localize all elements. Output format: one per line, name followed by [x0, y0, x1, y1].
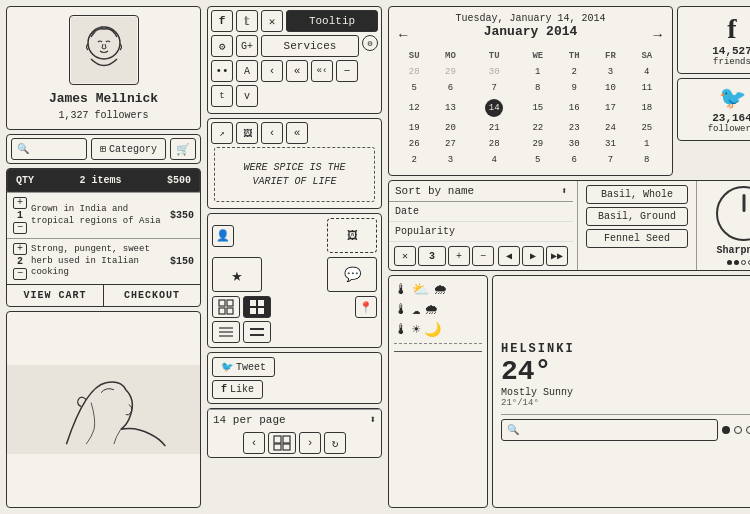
- prev-page-btn[interactable]: ‹: [243, 432, 265, 454]
- spice-fennel-seed[interactable]: Fennel Seed: [586, 229, 688, 248]
- cal-day[interactable]: 30: [557, 137, 591, 151]
- cart-icon-button[interactable]: 🛒: [170, 138, 196, 160]
- cal-day[interactable]: 8: [630, 153, 664, 167]
- cal-day[interactable]: 14: [470, 97, 519, 119]
- cal-day[interactable]: 1: [521, 65, 555, 79]
- cal-day[interactable]: 12: [397, 97, 431, 119]
- text-btn[interactable]: A: [236, 60, 258, 82]
- grid-4-dark-btn[interactable]: [243, 296, 271, 318]
- cal-day[interactable]: 2: [557, 65, 591, 79]
- cal-day[interactable]: 27: [433, 137, 467, 151]
- list-view-btn[interactable]: [212, 321, 240, 343]
- cal-day[interactable]: 28: [397, 65, 431, 79]
- cal-day[interactable]: 4: [630, 65, 664, 79]
- search-input[interactable]: 🔍: [11, 138, 87, 160]
- tumblr-btn[interactable]: t: [211, 85, 233, 107]
- ellipsis-btn[interactable]: ••: [211, 60, 233, 82]
- qty-decrease-1[interactable]: −: [13, 222, 27, 234]
- google-icon-btn[interactable]: G+: [236, 35, 258, 57]
- cal-day[interactable]: 9: [557, 81, 591, 95]
- facebook-icon-btn[interactable]: f: [211, 10, 233, 32]
- cal-prev-btn[interactable]: ←: [395, 27, 411, 43]
- sort-date[interactable]: Date: [389, 202, 573, 222]
- like-button[interactable]: f Like: [212, 380, 263, 399]
- cal-day[interactable]: 24: [593, 121, 627, 135]
- qty-increase-1[interactable]: +: [13, 197, 27, 209]
- v-btn[interactable]: v: [236, 85, 258, 107]
- view-cart-button[interactable]: VIEW CART: [7, 285, 104, 306]
- user-icon-btn[interactable]: 👤: [212, 225, 234, 247]
- cal-day[interactable]: 29: [521, 137, 555, 151]
- grid-page-btn[interactable]: [268, 432, 296, 454]
- bottom-search-input[interactable]: 🔍: [501, 419, 718, 441]
- qty-decrease-2[interactable]: −: [13, 268, 27, 280]
- dot-3[interactable]: [746, 426, 750, 434]
- tooltip-button[interactable]: Tooltip: [286, 10, 378, 32]
- cal-day[interactable]: 10: [593, 81, 627, 95]
- prev-prev-prev-btn[interactable]: «‹: [311, 60, 333, 82]
- chat-btn[interactable]: 💬: [327, 257, 377, 292]
- close-btn[interactable]: ✕: [261, 10, 283, 32]
- cal-day[interactable]: 15: [521, 97, 555, 119]
- next-page-btn[interactable]: ›: [299, 432, 321, 454]
- cal-day[interactable]: 3: [433, 153, 467, 167]
- cal-day[interactable]: 13: [433, 97, 467, 119]
- cal-day[interactable]: 5: [521, 153, 555, 167]
- location-btn[interactable]: 📍: [355, 296, 377, 318]
- sharpness-knob[interactable]: [716, 186, 750, 241]
- settings-icon-btn[interactable]: ⚙: [211, 35, 233, 57]
- cal-day[interactable]: 18: [630, 97, 664, 119]
- prev-prev-btn[interactable]: «: [286, 60, 308, 82]
- cal-day[interactable]: 11: [630, 81, 664, 95]
- ctrl-prev-btn[interactable]: ◀: [498, 246, 520, 266]
- spice-basil-ground[interactable]: Basil, Ground: [586, 207, 688, 226]
- checkout-button[interactable]: CHECKOUT: [104, 285, 200, 306]
- spice-basil-whole[interactable]: Basil, Whole: [586, 185, 688, 204]
- cal-day[interactable]: 26: [397, 137, 431, 151]
- sort-popularity[interactable]: Popularity: [389, 222, 573, 242]
- dot-2[interactable]: [734, 426, 742, 434]
- cal-day[interactable]: 7: [593, 153, 627, 167]
- cal-day[interactable]: 6: [557, 153, 591, 167]
- cal-day[interactable]: 20: [433, 121, 467, 135]
- cal-day[interactable]: 25: [630, 121, 664, 135]
- list-view2-btn[interactable]: [243, 321, 271, 343]
- refresh-btn[interactable]: ↻: [324, 432, 346, 454]
- arrow-left2-btn[interactable]: ‹: [261, 122, 283, 144]
- cal-day[interactable]: 6: [433, 81, 467, 95]
- ctrl-next-btn[interactable]: ▶▶: [546, 246, 568, 266]
- cal-day[interactable]: 21: [470, 121, 519, 135]
- cal-day[interactable]: 5: [397, 81, 431, 95]
- cal-day[interactable]: 29: [433, 65, 467, 79]
- cal-day[interactable]: 31: [593, 137, 627, 151]
- ctrl-minus2-btn[interactable]: −: [472, 246, 494, 266]
- cal-day[interactable]: 28: [470, 137, 519, 151]
- ctrl-play-btn[interactable]: ▶: [522, 246, 544, 266]
- cal-day[interactable]: 4: [470, 153, 519, 167]
- cal-day[interactable]: 7: [470, 81, 519, 95]
- share-btn[interactable]: ↗: [211, 122, 233, 144]
- prev-btn[interactable]: ‹: [261, 60, 283, 82]
- cal-day[interactable]: 2: [397, 153, 431, 167]
- cal-day[interactable]: 22: [521, 121, 555, 135]
- cal-day[interactable]: 23: [557, 121, 591, 135]
- cal-day[interactable]: 16: [557, 97, 591, 119]
- sort-arrow[interactable]: ⬍: [561, 185, 567, 197]
- cal-day[interactable]: 30: [470, 65, 519, 79]
- services-button[interactable]: Services: [261, 35, 359, 57]
- grid-4-btn[interactable]: [212, 296, 240, 318]
- ctrl-plus-btn[interactable]: +: [448, 246, 470, 266]
- cal-day[interactable]: 17: [593, 97, 627, 119]
- gear-icon-btn[interactable]: ⚙: [362, 35, 378, 51]
- dot-1[interactable]: [722, 426, 730, 434]
- twitter-icon-btn[interactable]: 𝕥: [236, 10, 258, 32]
- star-btn[interactable]: ★: [212, 257, 262, 292]
- cal-day[interactable]: 3: [593, 65, 627, 79]
- arrow-left3-btn[interactable]: «: [286, 122, 308, 144]
- cal-next-btn[interactable]: →: [650, 27, 666, 43]
- category-button[interactable]: ⊞ Category: [91, 138, 166, 160]
- minus-btn[interactable]: −: [336, 60, 358, 82]
- qty-increase-2[interactable]: +: [13, 243, 27, 255]
- cal-day[interactable]: 1: [630, 137, 664, 151]
- ctrl-x-btn[interactable]: ✕: [394, 246, 416, 266]
